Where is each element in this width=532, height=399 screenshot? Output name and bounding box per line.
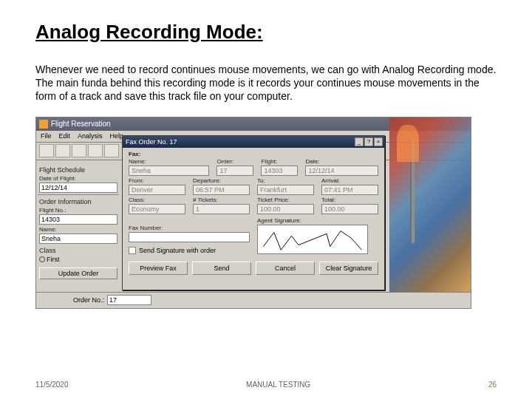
decorative-photo [389,117,471,292]
fax-order-field: 17 [216,166,253,176]
sig-label: Agent Signature: [257,217,378,224]
fax-name-label: Name: [129,158,209,165]
footer-center: MANUAL TESTING [246,381,310,389]
menu-analysis[interactable]: Analysis [78,132,103,140]
send-sig-label: Send Signature with order [139,247,216,254]
fax-date-field: 12/12/14 [305,166,378,176]
fax-name-field: Sneha [129,166,209,176]
slide-body: Whenever we need to record continues mou… [35,63,497,103]
checkbox-icon [129,247,136,254]
toolbar-button[interactable] [88,144,103,157]
fax-class-label: Class: [129,197,185,203]
faxnum-label: Fax Number: [129,225,250,231]
status-bar: Order No.: 17 [36,292,471,308]
update-order-button[interactable]: Update Order [39,267,117,279]
fax-from-field: Denver [129,185,185,195]
fax-dialog: Fax Order No. 17 _ ? × Fax: Name: Sneha … [122,135,385,290]
fax-tickets-field: 1 [193,204,250,214]
status-order-label: Order No.: [73,296,104,304]
fax-departure-field: 06:57 PM [193,185,250,195]
left-pane: Flight Schedule Date of Flight: 12/12/14… [36,160,120,282]
airplane-icon [39,120,48,129]
clear-signature-button[interactable]: Clear Signature [319,262,378,275]
menu-edit[interactable]: Edit [59,132,71,140]
fax-total-field: 100.00 [321,204,378,214]
radio-label: First [47,256,60,263]
app-screenshot: Flight Reservation File Edit Analysis He… [35,117,471,309]
fax-section-label: Fax: [129,151,378,157]
fax-price-label: Ticket Price: [257,197,314,203]
slide-footer: 11/5/2020 MANUAL TESTING 26 [35,381,497,389]
signature-canvas[interactable] [257,225,368,254]
fax-flight-field: 14303 [261,166,298,176]
fax-to-label: To: [257,177,314,184]
fax-titlebar: Fax Order No. 17 _ ? × [123,136,384,148]
class-first-radio[interactable]: First [39,256,117,263]
fax-to-field: Frankfurt [257,185,314,195]
help-button[interactable]: ? [364,137,373,146]
flightno-field[interactable]: 14303 [39,214,117,225]
fax-total-label: Total: [321,197,378,203]
footer-page: 26 [488,381,497,389]
order-info-group: Order Information [39,198,117,205]
slide-title: Analog Recording Mode: [35,21,497,44]
schedule-group: Flight Schedule [39,166,117,174]
fax-date-label: Date: [305,158,378,165]
send-button[interactable]: Send [192,262,251,275]
name-field[interactable]: Sneha [39,233,117,244]
minimize-button[interactable]: _ [355,137,364,146]
class-group: Class [39,247,117,254]
send-sig-checkbox[interactable]: Send Signature with order [129,247,250,254]
dof-label: Date of Flight: [39,175,117,182]
fax-order-label: Order: [216,158,253,165]
fax-tickets-label: # Tickets: [193,197,250,203]
fax-arrival-field: 07:41 PM [321,185,378,195]
cancel-button[interactable]: Cancel [256,262,315,275]
fax-title-text: Fax Order No. 17 [126,138,177,146]
toolbar-button[interactable] [104,144,119,157]
fax-arrival-label: Arrival: [321,177,378,184]
preview-fax-button[interactable]: Preview Fax [129,262,188,275]
close-button[interactable]: × [374,137,383,146]
dof-field[interactable]: 12/12/14 [39,183,117,193]
toolbar-button[interactable] [55,144,70,157]
bg-window-title: Flight Reservation [51,120,111,128]
name-label: Name: [39,226,117,233]
toolbar-button[interactable] [39,144,54,157]
toolbar-button[interactable] [72,144,86,157]
menu-file[interactable]: File [41,132,52,140]
flightno-label: Flight No.: [39,207,117,214]
fax-departure-label: Departure: [193,177,250,184]
footer-date: 11/5/2020 [35,381,69,389]
fax-from-label: From: [129,177,185,184]
faxnum-field[interactable] [129,232,250,242]
status-order-field[interactable]: 17 [107,295,151,305]
radio-icon [39,256,45,262]
fax-class-field: Economy [129,204,185,214]
fax-price-field: 100.00 [257,204,314,214]
fax-flight-label: Flight: [261,158,298,165]
